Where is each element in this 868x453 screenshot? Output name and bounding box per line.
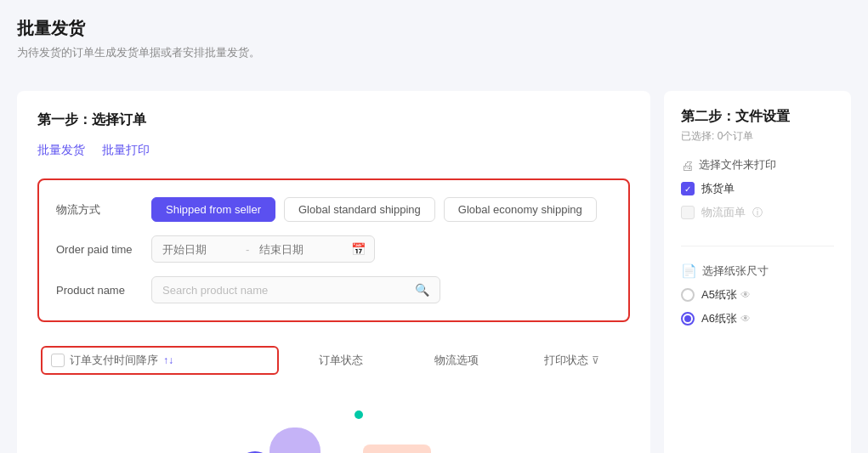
shipping-method-label: 物流方式: [56, 202, 141, 218]
tab-batch-ship[interactable]: 批量发货: [37, 143, 85, 161]
date-range-picker[interactable]: - 📅: [151, 235, 375, 263]
a5-radio[interactable]: [681, 288, 695, 302]
tab-batch-print[interactable]: 批量打印: [102, 143, 150, 161]
filter-icon[interactable]: ⊽: [592, 354, 599, 366]
green-dot: [355, 411, 363, 419]
packing-slip-label: 拣货单: [701, 181, 735, 196]
col-order-status-label: 订单状态: [286, 353, 394, 368]
product-name-row: Product name 🔍: [56, 276, 611, 303]
page-subtitle: 为待发货的订单生成发货单据或者安排批量发货。: [17, 45, 851, 60]
col-order-time-box: 订单支付时间降序 ↑↓: [41, 346, 279, 375]
search-input-wrap[interactable]: 🔍: [151, 276, 440, 303]
help-icon[interactable]: ⓘ: [752, 206, 763, 220]
a5-label: A5纸张 👁: [701, 287, 751, 303]
a6-label: A6纸张 👁: [701, 311, 751, 326]
a5-eye-icon[interactable]: 👁: [740, 289, 751, 301]
tab-bar: 批量发货 批量打印: [37, 143, 630, 161]
a6-radio[interactable]: [681, 312, 695, 326]
search-icon: 🔍: [415, 283, 429, 297]
product-name-label: Product name: [56, 284, 141, 297]
shipping-label-option: 物流面单 ⓘ: [681, 205, 834, 220]
printer-icon: 🖨: [681, 158, 694, 173]
shipping-btn-standard[interactable]: Global standard shipping: [284, 197, 435, 222]
date-end-input[interactable]: [249, 237, 343, 262]
a5-option: A5纸张 👁: [681, 287, 834, 303]
left-panel: 第一步：选择订单 批量发货 批量打印 物流方式 Shipped from sel…: [17, 91, 650, 453]
a6-eye-icon[interactable]: 👁: [740, 313, 751, 325]
empty-state: ?: [37, 385, 630, 453]
shipping-label-label: 物流面单: [701, 205, 746, 220]
page-icon: 📄: [681, 263, 697, 279]
page-title: 批量发货: [17, 17, 851, 40]
select-file-section: 🖨 选择文件来打印 拣货单 物流面单 ⓘ: [681, 157, 834, 229]
shipping-buttons: Shipped from seller Global standard ship…: [151, 197, 597, 222]
select-size-section: 📄 选择纸张尺寸 A5纸张 👁 A6纸张 👁: [681, 263, 834, 335]
shipping-method-row: 物流方式 Shipped from seller Global standard…: [56, 197, 611, 222]
packing-slip-checkbox[interactable]: [681, 182, 695, 195]
step2-header: 第二步：文件设置 已选择: 0个订单: [681, 108, 834, 144]
step2-subtitle: 已选择: 0个订单: [681, 129, 834, 144]
select-file-label: 🖨 选择文件来打印: [681, 157, 834, 173]
order-paid-time-row: Order paid time - 📅: [56, 235, 611, 263]
a6-option: A6纸张 👁: [681, 311, 834, 326]
select-all-checkbox[interactable]: [51, 354, 65, 367]
select-size-label: 📄 选择纸张尺寸: [681, 263, 834, 279]
pink-decoration: [363, 445, 431, 453]
shipping-btn-seller[interactable]: Shipped from seller: [151, 197, 275, 222]
table-header-row: 订单支付时间降序 ↑↓ 订单状态 物流选项 打印状态 ⊽: [37, 336, 630, 385]
step2-title: 第二步：文件设置: [681, 108, 834, 126]
step1-title: 第一步：选择订单: [37, 111, 630, 129]
filter-box: 物流方式 Shipped from seller Global standard…: [37, 178, 630, 322]
shipping-label-checkbox[interactable]: [681, 206, 695, 219]
calendar-icon: 📅: [343, 236, 374, 262]
right-panel: 第二步：文件设置 已选择: 0个订单 🖨 选择文件来打印 拣货单 物流面单 ⓘ: [664, 91, 851, 453]
col-shipping-label: 物流选项: [402, 353, 511, 368]
col-order-time-label: 订单支付时间降序: [70, 353, 158, 368]
col-print-status-label: 打印状态 ⊽: [518, 353, 627, 368]
sort-icon[interactable]: ↑↓: [163, 354, 173, 366]
search-input[interactable]: [162, 284, 415, 297]
figure-silhouette: [269, 428, 321, 453]
date-start-input[interactable]: [152, 237, 246, 262]
shipping-btn-economy[interactable]: Global economy shipping: [444, 197, 597, 222]
packing-slip-option: 拣货单: [681, 181, 834, 196]
order-paid-time-label: Order paid time: [56, 243, 141, 256]
divider: [681, 246, 834, 246]
